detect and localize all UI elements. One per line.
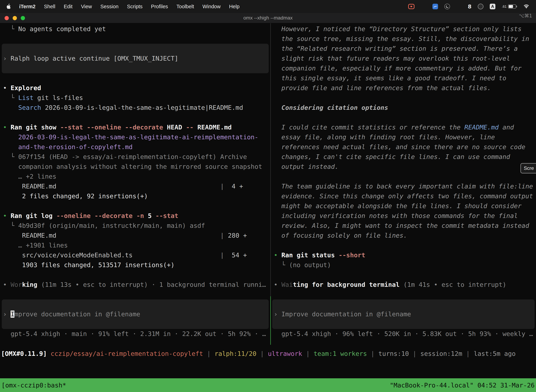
terminal-line: • Ran git status --short: [271, 250, 536, 260]
terminal-line: might be acceptable alongside the file l…: [271, 201, 536, 211]
terminal-line: [271, 270, 536, 280]
screen-share-tooltip: Scre: [521, 163, 536, 173]
omx-status-bar: [OMX#0.11.9] cczip/essay/ai-reimplementa…: [1, 349, 516, 359]
terminal-line: the “Related research writing” section i…: [271, 44, 536, 54]
input-source-icon[interactable]: A: [490, 4, 495, 9]
terminal-line: • Explored: [0, 83, 270, 93]
menu-window[interactable]: Window: [198, 4, 225, 9]
terminal-line: • Ran git show --stat --oneline --decora…: [0, 122, 270, 132]
apple-logo-icon: [6, 4, 11, 9]
terminal-line: • Ran git log --oneline --decorate -n 5 …: [0, 211, 270, 221]
dark-app-icon[interactable]: [444, 4, 450, 9]
terminal-line: review. Also, I might want to inspect th…: [271, 221, 536, 231]
terminal-line: … +2 lines: [0, 172, 270, 182]
terminal-line: 2 files changed, 92 insertions(+): [0, 191, 270, 201]
terminal-line: [0, 34, 270, 44]
dots-grid-icon[interactable]: [456, 4, 461, 9]
terminal-line: changes, I can't cite specific file line…: [271, 152, 536, 162]
terminal-line: [0, 201, 270, 211]
left-pane: └ No agents completed yet › Ralph loop a…: [0, 23, 270, 339]
menu-help[interactable]: Help: [225, 4, 244, 9]
menu-edit[interactable]: Edit: [59, 4, 77, 9]
terminal-line: [0, 73, 270, 83]
terminal-line: 2026-03-09-is-legal-the-same-as-legitima…: [0, 132, 270, 142]
terminal-line: However, I noticed the “Directory Struct…: [271, 24, 536, 34]
blue-app-icon[interactable]: [432, 4, 438, 9]
terminal-line: I could cite commit statistics or refere…: [271, 122, 536, 132]
window-shortcut-label: ⌥⌘1: [519, 13, 532, 23]
terminal-line: … +1901 lines: [0, 240, 270, 250]
menu-session[interactable]: Session: [96, 4, 123, 9]
terminal-line: [271, 240, 536, 250]
window-title-bar: omx --xhigh --madmax ⌥⌘1: [0, 13, 536, 23]
round-app-icon[interactable]: [478, 4, 483, 9]
terminal-line: The team guideline is to back every impo…: [271, 182, 536, 191]
terminal-line: essay file, along with finding root file…: [271, 132, 536, 142]
apple-menu-icon[interactable]: [5, 4, 15, 9]
terminal-line: provide file and line references from th…: [271, 83, 536, 93]
terminal-line: [0, 289, 270, 299]
keyboard-8-icon[interactable]: 8: [468, 4, 471, 10]
battery-charging-icon[interactable]: .61: [502, 5, 517, 9]
terminal-line: output instead.: [271, 162, 536, 172]
terminal-line: companion file, especially if more comme…: [271, 63, 536, 73]
macos-menu-bar: iTerm2ShellEditViewSessionScriptsProfile…: [0, 0, 536, 13]
terminal-line: └ No agents completed yet: [0, 24, 270, 34]
prompt-input-left[interactable]: › Improve documentation in @filename: [2, 299, 269, 329]
terminal-line: README.md | 280 +: [0, 231, 270, 240]
menu-scripts[interactable]: Scripts: [123, 4, 147, 9]
terminal-line: [271, 112, 536, 122]
terminal-line: Considering citation options: [271, 103, 536, 112]
terminal-line: gpt-5.4 xhigh · 96% left · 520K in · 5.8…: [271, 329, 536, 339]
terminal-line: the source tree, missing the essay. Stil…: [271, 34, 536, 44]
terminal-line: of focusing solely on file lines.: [271, 231, 536, 240]
screen-recording-stop-icon[interactable]: [408, 4, 415, 9]
terminal-line: [0, 112, 270, 122]
menu-view[interactable]: View: [77, 4, 96, 9]
menu-toolbelt[interactable]: Toolbelt: [172, 4, 198, 9]
terminal-line: └ 067f154 (HEAD -> essay/ai-reimplementa…: [0, 152, 270, 162]
terminal-line: gpt-5.4 xhigh · main · 91% left · 2.31M …: [0, 329, 270, 339]
terminal-line: • Waiting for background terminal (1m 41…: [271, 280, 536, 289]
terminal-line: including verification notes with those …: [271, 211, 536, 221]
battery-percent-label: .61: [502, 5, 507, 9]
window-manager-icon[interactable]: [421, 4, 426, 9]
terminal-line: • Working (11m 13s • esc to interrupt) ·…: [0, 280, 270, 289]
right-pane: However, I noticed the “Directory Struct…: [271, 23, 536, 339]
menu-shell[interactable]: Shell: [40, 4, 60, 9]
menu-profiles[interactable]: Profiles: [147, 4, 172, 9]
menu-bar-status-icons: 8 A .61: [408, 4, 531, 10]
tmux-session-label: [omx-cczip0:bash*: [1, 382, 66, 389]
terminal-line: [271, 172, 536, 182]
terminal-line: └ 4b9d30f (origin/main, instructkr/main,…: [0, 221, 270, 231]
terminal-line: companion analysis without altering the …: [0, 162, 270, 172]
tmux-status-bar: [omx-cczip0:bash* "MacBook-Pro-44.local"…: [0, 378, 536, 392]
terminal-line: [271, 289, 536, 299]
wifi-icon[interactable]: [523, 4, 529, 9]
terminal-line: and-the-erosion-of-copyleft.md: [0, 142, 270, 152]
terminal-line: references need actual files, and since …: [271, 142, 536, 152]
terminal-area: └ No agents completed yet › Ralph loop a…: [0, 23, 536, 392]
terminal-line: Search 2026-03-09-is-legal-the-same-as-l…: [0, 103, 270, 112]
tmux-host-clock-label: "MacBook-Pro-44.local" 04:52 31-Mar-26: [390, 382, 535, 389]
terminal-line: this single essay, it seems like a good …: [271, 73, 536, 83]
terminal-line: evidence. Since this change only affects…: [271, 191, 536, 201]
terminal-line: 1903 files changed, 513517 insertions(+): [0, 260, 270, 270]
menu-iterm2[interactable]: iTerm2: [15, 4, 40, 9]
ralph-loop-banner: › Ralph loop active continue [OMX_TMUX_I…: [2, 44, 269, 73]
window-title: omx --xhigh --madmax: [0, 13, 536, 23]
terminal-line: src/voice/voiceModeEnabled.ts | 54 +: [0, 250, 270, 260]
terminal-line: [0, 270, 270, 280]
prompt-input-right[interactable]: › Improve documentation in @filename: [272, 299, 535, 329]
terminal-line: [271, 93, 536, 103]
terminal-line: └ List git ls-files: [0, 93, 270, 103]
terminal-line: slight risk that future readers may over…: [271, 54, 536, 63]
terminal-line: └ (no output): [271, 260, 536, 270]
terminal-line: README.md | 4 +: [0, 182, 270, 191]
